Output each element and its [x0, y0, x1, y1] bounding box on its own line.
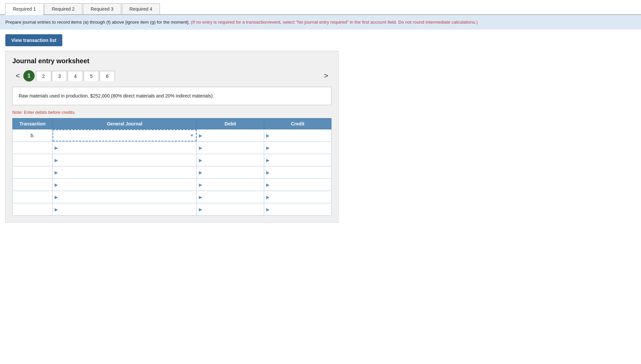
debit-cell[interactable]: ▶: [197, 203, 264, 216]
credit-cell[interactable]: ▶: [264, 179, 331, 191]
table-row: ▶▶▶: [13, 203, 331, 216]
page-tab-3[interactable]: 3: [52, 71, 67, 81]
transaction-cell: [13, 179, 53, 191]
credit-cell[interactable]: ▶: [264, 166, 331, 179]
credit-input[interactable]: [271, 194, 329, 200]
debit-cell[interactable]: ▶: [197, 179, 264, 191]
transaction-cell: [13, 203, 53, 216]
credit-arrow-icon: ▶: [266, 182, 270, 187]
credit-input[interactable]: [271, 133, 329, 138]
debit-input[interactable]: [204, 133, 262, 138]
page-tab-5[interactable]: 5: [84, 71, 99, 81]
transaction-cell: [13, 191, 53, 203]
debit-arrow-icon: ▶: [199, 145, 202, 150]
credit-cell[interactable]: ▶: [264, 142, 331, 154]
journal-input[interactable]: [59, 182, 195, 187]
row-arrow-icon: ▶: [55, 207, 58, 212]
tab-required2[interactable]: Required 2: [44, 3, 83, 14]
table-row: ▶▶▶: [13, 142, 331, 154]
active-page-bubble[interactable]: 1: [23, 70, 35, 82]
credit-input[interactable]: [271, 145, 329, 150]
row-arrow-icon: ▶: [55, 170, 58, 175]
journal-input-cell[interactable]: ▶: [53, 154, 197, 166]
row-arrow-icon: ▶: [55, 195, 58, 200]
tab-required3[interactable]: Required 3: [83, 3, 121, 14]
tab-required4[interactable]: Required 4: [122, 3, 160, 14]
transaction-cell: b.: [13, 129, 53, 142]
journal-input-cell[interactable]: ▶: [53, 166, 197, 179]
instruction-red-text: (If no entry is required for a transacti…: [191, 20, 478, 25]
debit-arrow-icon: ▶: [199, 195, 202, 200]
credit-input[interactable]: [271, 182, 329, 187]
page-tab-4[interactable]: 4: [68, 71, 83, 81]
credit-arrow-icon: ▶: [266, 158, 270, 163]
debit-cell[interactable]: ▶: [197, 129, 264, 142]
credit-input[interactable]: [271, 170, 329, 175]
journal-input-cell[interactable]: ▶: [53, 191, 197, 203]
note-text: Note: Enter debits before credits.: [12, 110, 331, 115]
th-credit: Credit: [264, 118, 331, 129]
credit-input[interactable]: [271, 207, 329, 212]
debit-input[interactable]: [204, 157, 262, 163]
row-arrow-icon: ▶: [55, 182, 58, 187]
table-row: ▶▶▶: [13, 179, 331, 191]
nav-left-arrow[interactable]: <: [12, 70, 23, 82]
debit-input[interactable]: [204, 207, 262, 212]
credit-cell[interactable]: ▶: [264, 154, 331, 166]
journal-input-cell[interactable]: ▶: [53, 179, 197, 191]
worksheet-title: Journal entry worksheet: [12, 57, 331, 65]
debit-cell[interactable]: ▶: [197, 191, 264, 203]
transaction-cell: [13, 142, 53, 154]
nav-right-arrow[interactable]: >: [320, 70, 331, 82]
journal-input[interactable]: [59, 157, 195, 163]
credit-input[interactable]: [271, 157, 329, 163]
instruction-box: Prepare journal entries to record items …: [0, 15, 641, 30]
debit-arrow-icon: ▶: [199, 133, 202, 138]
journal-input[interactable]: [59, 194, 195, 200]
debit-arrow-icon: ▶: [199, 158, 202, 163]
instruction-black-text: Prepare journal entries to record items …: [5, 20, 190, 25]
debit-cell[interactable]: ▶: [197, 166, 264, 179]
table-row: b.▼▶▶: [13, 129, 331, 142]
journal-input-first[interactable]: [55, 133, 188, 138]
credit-cell[interactable]: ▶: [264, 203, 331, 216]
debit-arrow-icon: ▶: [199, 182, 202, 187]
nav-row: < 1 2 3 4 5 6 >: [12, 70, 331, 82]
table-row: ▶▶▶: [13, 191, 331, 203]
table-row: ▶▶▶: [13, 166, 331, 179]
journal-table: Transaction General Journal Debit Credit…: [12, 118, 331, 216]
credit-arrow-icon: ▶: [266, 133, 270, 138]
debit-input[interactable]: [204, 194, 262, 200]
debit-input[interactable]: [204, 170, 262, 175]
journal-input-cell[interactable]: ▶: [53, 203, 197, 216]
debit-cell[interactable]: ▶: [197, 154, 264, 166]
debit-input[interactable]: [204, 182, 262, 187]
credit-arrow-icon: ▶: [266, 207, 270, 212]
tab-required1[interactable]: Required 1: [5, 3, 44, 15]
journal-input[interactable]: [59, 170, 195, 175]
row-arrow-icon: ▶: [55, 158, 58, 163]
table-row: ▶▶▶: [13, 154, 331, 166]
credit-arrow-icon: ▶: [266, 145, 270, 150]
row-arrow-icon: ▶: [55, 145, 58, 150]
journal-input-cell[interactable]: ▼: [53, 129, 197, 142]
journal-input-cell[interactable]: ▶: [53, 142, 197, 154]
debit-arrow-icon: ▶: [199, 170, 202, 175]
th-debit: Debit: [197, 118, 264, 129]
credit-cell[interactable]: ▶: [264, 191, 331, 203]
credit-cell[interactable]: ▶: [264, 129, 331, 142]
debit-arrow-icon: ▶: [199, 207, 202, 212]
tabs-bar: Required 1 Required 2 Required 3 Require…: [0, 0, 641, 15]
description-box: Raw materials used in production, $252,0…: [12, 87, 331, 105]
page-tab-6[interactable]: 6: [100, 71, 115, 81]
journal-input[interactable]: [59, 207, 195, 212]
debit-input[interactable]: [204, 145, 262, 150]
credit-arrow-icon: ▶: [266, 170, 270, 175]
credit-arrow-icon: ▶: [266, 195, 270, 200]
page-tab-2[interactable]: 2: [36, 71, 51, 81]
journal-input[interactable]: [59, 145, 195, 150]
view-transaction-list-button[interactable]: View transaction list: [5, 34, 62, 46]
th-transaction: Transaction: [13, 118, 53, 129]
worksheet-container: Journal entry worksheet < 1 2 3 4 5 6 > …: [5, 51, 338, 223]
debit-cell[interactable]: ▶: [197, 142, 264, 154]
